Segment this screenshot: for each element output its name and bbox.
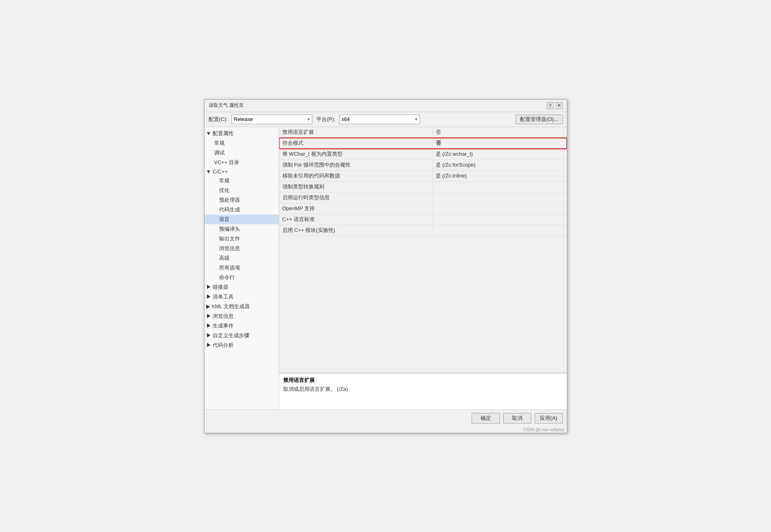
platform-label: 平台(P): [316,116,335,123]
sidebar-item-advanced[interactable]: 高级 [205,253,279,263]
help-button[interactable]: ? [547,102,554,109]
prop-name-remove-unreferenced: 移除未引用的代码和数据 [279,171,433,181]
config-select-wrapper: Release [232,115,312,124]
prop-name-for-scope: 强制 For 循环范围中的合规性 [279,160,433,170]
platform-select[interactable]: x64 [339,115,420,124]
prop-value-remove-unreferenced: 是 (/Zc:inline) [433,171,567,181]
sidebar-item-cpp[interactable]: ▼ C/C++ [205,167,279,176]
prop-value-cast-rules [433,185,567,188]
prop-row-wchar-type[interactable]: 将 WChar_t 视为内置类型是 (/Zc:wchar_t) [279,149,567,160]
sidebar-item-custom-build[interactable]: ▶ 自定义生成步骤 [205,331,279,340]
content-area: 禁用语言扩展否符合模式否将 WChar_t 视为内置类型是 (/Zc:wchar… [279,127,567,409]
prop-value-cpp-modules [433,229,567,232]
prop-name-openmp: OpenMP 支持 [279,203,433,214]
prop-row-disable-lang-ext[interactable]: 禁用语言扩展否 [279,127,567,138]
close-button[interactable]: ✕ [556,102,563,109]
prop-row-cpp-standard[interactable]: C++ 语言标准 [279,214,567,225]
prop-row-openmp[interactable]: OpenMP 支持 [279,203,567,214]
description-panel: 禁用语言扩展 取消或启用语言扩展。 (/Za) [279,373,567,409]
sidebar-item-codegen[interactable]: 代码生成 [205,205,279,215]
sidebar-item-linker[interactable]: ▶ 链接器 [205,282,279,292]
sidebar-item-build-events[interactable]: ▶ 生成事件 [205,321,279,331]
platform-select-wrapper: x64 [339,115,420,124]
prop-value-cpp-standard [433,218,567,221]
properties-table: 禁用语言扩展否符合模式否将 WChar_t 视为内置类型是 (/Zc:wchar… [279,127,567,373]
ok-button[interactable]: 确定 [472,413,500,424]
prop-name-rtti: 启用运行时类型信息 [279,192,433,203]
prop-row-for-scope[interactable]: 强制 For 循环范围中的合规性是 (/Zc:forScope) [279,160,567,171]
prop-value-rtti [433,196,567,199]
prop-name-cpp-modules: 启用 C++ 模块(实验性) [279,225,433,236]
dialog-title: 读取天气 属性页 [209,102,244,109]
prop-name-cpp-standard: C++ 语言标准 [279,214,433,225]
config-label: 配置(C): [209,116,228,123]
description-title: 禁用语言扩展 [283,377,563,384]
title-bar-buttons: ? ✕ [547,102,563,109]
sidebar-item-xml-gen[interactable]: ▶ XML 文档生成器 [205,302,279,311]
sidebar: ▼ 配置属性常规调试VC++ 目录▼ C/C++常规优化预处理器代码生成语言预编… [205,127,279,409]
sidebar-item-browse-info[interactable]: 浏览信息 [205,244,279,253]
footer: 确定 取消 应用(A) [205,409,567,427]
apply-button[interactable]: 应用(A) [535,413,563,424]
prop-value-conformance-mode: 否 [433,138,567,148]
sidebar-item-general[interactable]: 常规 [205,138,279,148]
sidebar-item-language[interactable]: 语言 [205,215,279,224]
sidebar-item-vcpp-dirs[interactable]: VC++ 目录 [205,158,279,167]
title-bar: 读取天气 属性页 ? ✕ [205,100,567,112]
prop-name-conformance-mode: 符合模式 [279,138,433,148]
sidebar-item-manifest-tool[interactable]: ▶ 清单工具 [205,292,279,302]
sidebar-item-cpp-general[interactable]: 常规 [205,176,279,186]
prop-row-cpp-modules[interactable]: 启用 C++ 模块(实验性) [279,225,567,236]
sidebar-item-debug[interactable]: 调试 [205,148,279,158]
sidebar-item-preprocessor[interactable]: 预处理器 [205,195,279,205]
prop-value-openmp [433,207,567,210]
sidebar-item-optimize[interactable]: 优化 [205,186,279,195]
prop-name-wchar-type: 将 WChar_t 视为内置类型 [279,149,433,159]
properties-dialog: 读取天气 属性页 ? ✕ 配置(C): Release 平台(P): x64 配… [204,99,567,433]
toolbar: 配置(C): Release 平台(P): x64 配置管理器(O)... [205,112,567,127]
config-manager-button[interactable]: 配置管理器(O)... [516,115,563,124]
prop-row-conformance-mode[interactable]: 符合模式否 [279,138,567,149]
sidebar-item-browse-info2[interactable]: ▶ 浏览信息 [205,311,279,321]
prop-row-cast-rules[interactable]: 强制类型转换规则 [279,182,567,192]
config-select[interactable]: Release [232,115,312,124]
cancel-button[interactable]: 取消 [503,413,531,424]
prop-name-cast-rules: 强制类型转换规则 [279,182,433,192]
sidebar-item-code-analysis[interactable]: ▶ 代码分析 [205,340,279,350]
sidebar-item-output-files[interactable]: 输出文件 [205,234,279,244]
prop-value-for-scope: 是 (/Zc:forScope) [433,160,567,170]
prop-name-disable-lang-ext: 禁用语言扩展 [279,127,433,138]
main-content: ▼ 配置属性常规调试VC++ 目录▼ C/C++常规优化预处理器代码生成语言预编… [205,127,567,409]
sidebar-item-precompiled[interactable]: 预编译头 [205,224,279,234]
prop-row-remove-unreferenced[interactable]: 移除未引用的代码和数据是 (/Zc:inline) [279,171,567,182]
watermark: CSDN @Love coldplay [205,427,567,433]
prop-row-rtti[interactable]: 启用运行时类型信息 [279,192,567,203]
sidebar-item-all-options[interactable]: 所有选项 [205,263,279,273]
prop-value-wchar-type: 是 (/Zc:wchar_t) [433,149,567,159]
sidebar-item-cmdline[interactable]: 命令行 [205,273,279,282]
description-text: 取消或启用语言扩展。 (/Za) [283,386,563,393]
prop-value-disable-lang-ext: 否 [433,127,567,138]
sidebar-item-config-props[interactable]: ▼ 配置属性 [205,129,279,138]
